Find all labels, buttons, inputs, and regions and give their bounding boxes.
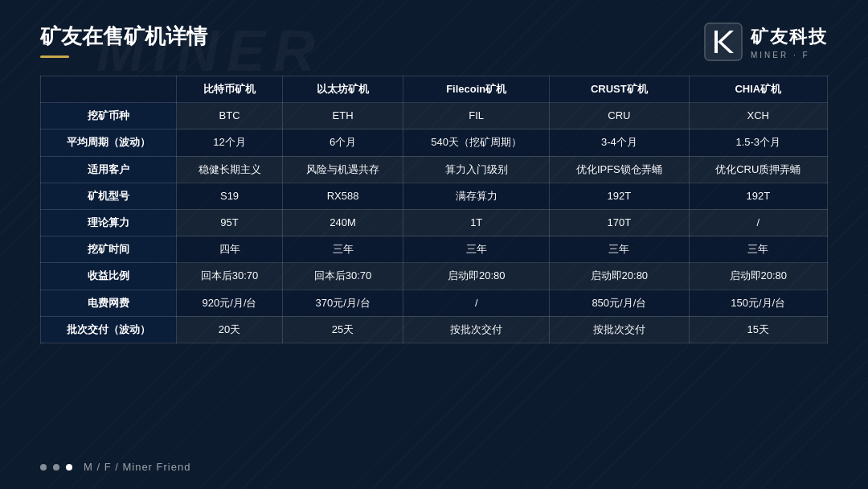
title-underline <box>40 55 69 58</box>
cell-r3-c4: 192T <box>550 183 689 209</box>
page-footer: M / F / Miner Friend <box>40 461 828 473</box>
logo-icon <box>704 23 743 61</box>
table-row: 电费网费920元/月/台370元/月/台/850元/月/台150元/月/台 <box>41 290 828 316</box>
table-body: 挖矿币种BTCETHFILCRUXCH平均周期（波动）12个月6个月540天（挖… <box>41 103 828 343</box>
cell-r4-c0: 理论算力 <box>41 209 177 236</box>
cell-r2-c5: 优化CRU质押弄蛹 <box>689 156 827 183</box>
table-row: 挖矿币种BTCETHFILCRUXCH <box>41 103 828 129</box>
cell-r4-c4: 170T <box>550 209 689 236</box>
cell-r1-c2: 6个月 <box>282 129 403 156</box>
cell-r1-c0: 平均周期（波动） <box>41 129 177 156</box>
table-row: 矿机型号S19RX588满存算力192T192T <box>41 183 828 209</box>
col-header-5: CHIA矿机 <box>689 76 827 103</box>
cell-r4-c3: 1T <box>403 209 550 236</box>
cell-r2-c0: 适用客户 <box>41 156 177 183</box>
cell-r7-c4: 850元/月/台 <box>550 290 689 316</box>
svg-rect-0 <box>704 23 743 61</box>
dot-3 <box>66 464 72 471</box>
cell-r3-c0: 矿机型号 <box>41 183 177 209</box>
cell-r3-c5: 192T <box>689 183 827 209</box>
table-row: 批次交付（波动）20天25天按批次交付按批次交付15天 <box>41 316 828 343</box>
cell-r0-c1: BTC <box>177 103 283 129</box>
col-header-3: Filecoin矿机 <box>403 76 550 103</box>
cell-r4-c5: / <box>689 209 827 236</box>
cell-r6-c4: 启动即20:80 <box>550 263 689 290</box>
cell-r2-c1: 稳健长期主义 <box>177 156 283 183</box>
cell-r8-c2: 25天 <box>282 316 403 343</box>
col-header-2: 以太坊矿机 <box>282 76 403 103</box>
footer-text: M / F / Miner Friend <box>84 461 190 473</box>
svg-rect-2 <box>714 31 718 53</box>
cell-r0-c0: 挖矿币种 <box>41 103 177 129</box>
table-row: 理论算力95T240M1T170T/ <box>41 209 828 236</box>
cell-r2-c4: 优化IPFS锁仓弄蛹 <box>550 156 689 183</box>
cell-r5-c4: 三年 <box>550 236 689 263</box>
col-header-1: 比特币矿机 <box>177 76 283 103</box>
table-row: 挖矿时间四年三年三年三年三年 <box>41 236 828 263</box>
cell-r5-c0: 挖矿时间 <box>41 236 177 263</box>
cell-r4-c1: 95T <box>177 209 283 236</box>
table-header: 比特币矿机 以太坊矿机 Filecoin矿机 CRUST矿机 CHIA矿机 <box>41 76 828 103</box>
cell-r3-c2: RX588 <box>282 183 403 209</box>
cell-r2-c2: 风险与机遇共存 <box>282 156 403 183</box>
cell-r8-c0: 批次交付（波动） <box>41 316 177 343</box>
logo-area: 矿友科技 MINER · F <box>704 23 828 61</box>
cell-r8-c1: 20天 <box>177 316 283 343</box>
cell-r1-c5: 1.5-3个月 <box>689 129 827 156</box>
logo-sub-text: MINER · F <box>751 51 828 60</box>
table-row: 平均周期（波动）12个月6个月540天（挖矿周期）3-4个月1.5-3个月 <box>41 129 828 156</box>
table-row: 适用客户稳健长期主义风险与机遇共存算力入门级别优化IPFS锁仓弄蛹优化CRU质押… <box>41 156 828 183</box>
cell-r6-c5: 启动即20:80 <box>689 263 827 290</box>
cell-r8-c4: 按批次交付 <box>550 316 689 343</box>
cell-r7-c2: 370元/月/台 <box>282 290 403 316</box>
cell-r6-c1: 回本后30:70 <box>177 263 283 290</box>
dot-2 <box>53 464 59 471</box>
cell-r5-c5: 三年 <box>689 236 827 263</box>
cell-r0-c4: CRU <box>550 103 689 129</box>
cell-r6-c0: 收益比例 <box>41 263 177 290</box>
logo-text-area: 矿友科技 MINER · F <box>751 25 828 60</box>
table-wrapper: 比特币矿机 以太坊矿机 Filecoin矿机 CRUST矿机 CHIA矿机 挖矿… <box>40 76 828 450</box>
cell-r3-c3: 满存算力 <box>403 183 550 209</box>
cell-r7-c0: 电费网费 <box>41 290 177 316</box>
table-row: 收益比例回本后30:70回本后30:70启动即20:80启动即20:80启动即2… <box>41 263 828 290</box>
col-header-4: CRUST矿机 <box>550 76 689 103</box>
cell-r6-c2: 回本后30:70 <box>282 263 403 290</box>
table-header-row: 比特币矿机 以太坊矿机 Filecoin矿机 CRUST矿机 CHIA矿机 <box>41 76 828 103</box>
miners-table: 比特币矿机 以太坊矿机 Filecoin矿机 CRUST矿机 CHIA矿机 挖矿… <box>40 76 828 343</box>
cell-r1-c1: 12个月 <box>177 129 283 156</box>
cell-r5-c2: 三年 <box>282 236 403 263</box>
cell-r2-c3: 算力入门级别 <box>403 156 550 183</box>
page-header: 矿友在售矿机详情 矿友科技 MINER · F <box>40 23 828 61</box>
page-title: 矿友在售矿机详情 <box>40 23 207 51</box>
cell-r5-c3: 三年 <box>403 236 550 263</box>
cell-r8-c3: 按批次交付 <box>403 316 550 343</box>
cell-r4-c2: 240M <box>282 209 403 236</box>
cell-r1-c4: 3-4个月 <box>550 129 689 156</box>
cell-r5-c1: 四年 <box>177 236 283 263</box>
logo-main-text: 矿友科技 <box>751 25 828 49</box>
cell-r0-c3: FIL <box>403 103 550 129</box>
cell-r1-c3: 540天（挖矿周期） <box>403 129 550 156</box>
cell-r3-c1: S19 <box>177 183 283 209</box>
dot-1 <box>40 464 47 471</box>
cell-r7-c3: / <box>403 290 550 316</box>
cell-r7-c1: 920元/月/台 <box>177 290 283 316</box>
title-area: 矿友在售矿机详情 <box>40 23 207 58</box>
cell-r6-c3: 启动即20:80 <box>403 263 550 290</box>
cell-r7-c5: 150元/月/台 <box>689 290 827 316</box>
cell-r8-c5: 15天 <box>689 316 827 343</box>
cell-r0-c5: XCH <box>689 103 827 129</box>
col-header-0 <box>41 76 177 103</box>
cell-r0-c2: ETH <box>282 103 403 129</box>
